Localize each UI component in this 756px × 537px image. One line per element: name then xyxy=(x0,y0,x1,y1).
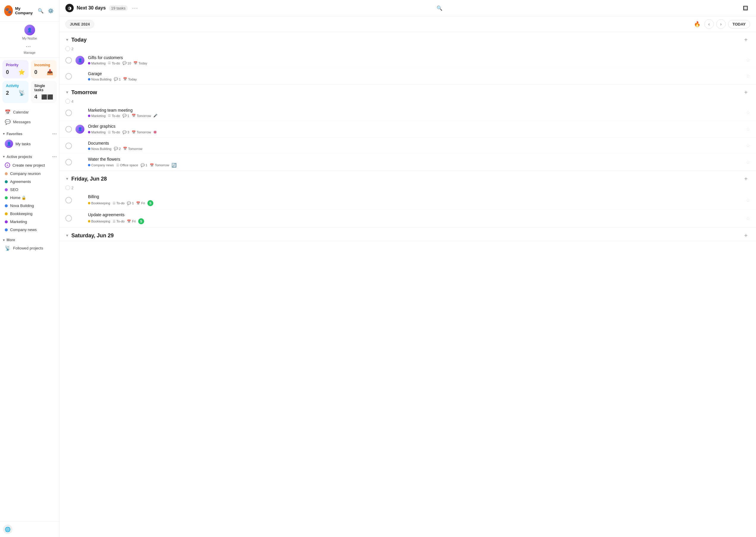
favorites-nav: 👤 My tasks xyxy=(0,138,59,151)
sidebar-item-my-tasks[interactable]: 👤 My tasks xyxy=(2,138,57,150)
view-toggle-button[interactable]: ◑ xyxy=(66,4,74,12)
sidebar-item-marketing[interactable]: Marketing xyxy=(2,218,57,226)
filter-button[interactable]: 🔲 xyxy=(741,4,750,13)
today-count: 2 xyxy=(60,45,756,52)
nova-building-label: Nova Building xyxy=(10,203,34,208)
due-icon: 📅 xyxy=(123,147,127,150)
task-row[interactable]: Update agreements Bookkeeping ☰ To-do 📅 xyxy=(60,209,756,227)
create-project-label: Create new project xyxy=(13,163,45,168)
settings-button[interactable]: ⚙️ xyxy=(47,7,55,15)
task-checkbox[interactable] xyxy=(66,73,72,80)
due-tag: 📅 Tomorrow xyxy=(150,163,169,167)
today-collapse-button[interactable]: ▼ xyxy=(66,38,69,42)
comments-tag: 💬 2 xyxy=(114,147,121,150)
task-row[interactable]: Billing Bookkeeping ☰ To-do 💬 1 xyxy=(60,191,756,209)
active-projects-arrow[interactable]: ▼ xyxy=(2,155,5,158)
create-project-item[interactable]: + Create new project xyxy=(2,161,57,170)
saturday-collapse-button[interactable]: ▼ xyxy=(66,233,69,238)
task-star-button[interactable]: ☆ xyxy=(746,143,750,148)
due-tag: 📅 Fri xyxy=(136,201,145,205)
tomorrow-collapse-button[interactable]: ▼ xyxy=(66,90,69,95)
task-avatar-placeholder xyxy=(75,142,84,150)
task-meta: Marketing ☰ To-do 💬 1 📅 Tomorrow xyxy=(88,114,742,118)
prev-arrow-button[interactable]: ‹ xyxy=(704,19,714,29)
repeat-icon: 🔄 xyxy=(171,163,177,168)
sidebar-item-messages[interactable]: 💬 Messages xyxy=(2,117,57,127)
more-label: More xyxy=(7,238,15,242)
globe-button[interactable]: 🌐 xyxy=(3,524,13,534)
task-avatar-placeholder xyxy=(75,158,84,167)
sidebar-item-nova-building[interactable]: Nova Building xyxy=(2,202,57,210)
task-star-button[interactable]: ☆ xyxy=(746,197,750,203)
sidebar-item-agreements[interactable]: Agreements xyxy=(2,178,57,186)
today-button[interactable]: TODAY xyxy=(728,20,750,28)
friday-section: ▼ Friday, Jun 28 + 2 Billing Bookkeeping xyxy=(60,171,756,228)
search-button[interactable]: 🔍 xyxy=(36,7,45,15)
task-star-button[interactable]: ☆ xyxy=(746,216,750,221)
favorites-more-button[interactable]: ⋯ xyxy=(52,131,57,137)
task-star-button[interactable]: ☆ xyxy=(746,127,750,132)
single-tasks-card[interactable]: Single tasks 4 ⬛⬛ xyxy=(31,81,57,103)
manage-button[interactable]: ⋯ xyxy=(24,42,33,51)
comments-tag: 💬 1 xyxy=(122,114,129,118)
due-tag: 📅 Fri xyxy=(127,220,136,223)
sidebar-header: 🐾 My Company 🔍 ⚙️ xyxy=(0,0,59,22)
home-dot xyxy=(5,196,8,199)
comments-icon: 💬 xyxy=(127,201,131,205)
task-checkbox[interactable] xyxy=(66,126,72,133)
task-name: Marketing team meeting xyxy=(88,108,742,112)
main-search-button[interactable]: 🔍 xyxy=(435,4,444,13)
task-row[interactable]: Garage Nova Building 💬 1 📅 Today xyxy=(60,68,756,84)
friday-add-button[interactable]: + xyxy=(742,175,750,183)
activity-card[interactable]: Activity 2 📡 xyxy=(2,81,28,103)
friday-collapse-button[interactable]: ▼ xyxy=(66,177,69,181)
sidebar-item-bookkeeping[interactable]: Bookkeeping xyxy=(2,210,57,218)
incoming-card[interactable]: Incoming 0 📥 xyxy=(31,60,57,78)
marketing-label: Marketing xyxy=(10,220,27,224)
sidebar-item-home[interactable]: Home 🔒 xyxy=(2,194,57,202)
today-add-button[interactable]: + xyxy=(742,36,750,44)
favorites-arrow[interactable]: ▼ xyxy=(2,132,5,136)
project-dot xyxy=(88,62,90,64)
date-badge-button[interactable]: JUNE 2024 xyxy=(66,20,94,28)
sidebar-item-seo[interactable]: SEO xyxy=(2,186,57,194)
priority-card[interactable]: Priority 0 ⭐ xyxy=(2,60,28,78)
fire-button[interactable]: 🔥 xyxy=(692,19,702,29)
task-checkbox[interactable] xyxy=(66,109,72,116)
task-checkbox[interactable] xyxy=(66,143,72,149)
task-checkbox[interactable] xyxy=(66,159,72,165)
section-icon: ☰ xyxy=(116,163,119,167)
task-checkbox[interactable] xyxy=(66,197,72,203)
task-star-button[interactable]: ☆ xyxy=(746,73,750,79)
more-arrow[interactable]: ▼ xyxy=(2,238,5,242)
sidebar-item-company-news[interactable]: Company news xyxy=(2,226,57,234)
task-row[interactable]: Marketing team meeting Marketing ☰ To-do… xyxy=(60,105,756,121)
single-tasks-label: Single tasks xyxy=(34,84,54,92)
header-more-button[interactable]: ⋯ xyxy=(132,4,138,12)
task-name: Documents xyxy=(88,141,742,145)
today-title: Today xyxy=(71,37,87,43)
task-row[interactable]: Documents Nova Building 💬 2 📅 Tomorro xyxy=(60,138,756,154)
task-row[interactable]: 👤 Gifts for customers Marketing ☰ To-do xyxy=(60,52,756,68)
company-avatar[interactable]: 🐾 xyxy=(4,5,13,16)
project-tag: Marketing xyxy=(88,114,106,118)
task-star-button[interactable]: ☆ xyxy=(746,110,750,115)
task-checkbox[interactable] xyxy=(66,57,72,63)
sidebar-item-company-reunion[interactable]: Company reunion xyxy=(2,170,57,178)
task-star-button[interactable]: ☆ xyxy=(746,57,750,63)
task-star-button[interactable]: ☆ xyxy=(746,159,750,165)
section-tag: ☰ Office space xyxy=(116,163,138,167)
active-projects-more-button[interactable]: ⋯ xyxy=(52,154,57,159)
avatar[interactable]: 👤 xyxy=(24,25,35,35)
comments-icon: 💬 xyxy=(114,77,118,81)
saturday-add-button[interactable]: + xyxy=(742,231,750,240)
company-news-label: Company news xyxy=(10,227,37,232)
task-row[interactable]: Water the flowers Company news ☰ Office … xyxy=(60,154,756,171)
sidebar-item-followed-projects[interactable]: 📡 Followed projects xyxy=(2,243,57,253)
tomorrow-add-button[interactable]: + xyxy=(742,88,750,97)
task-checkbox[interactable] xyxy=(66,215,72,222)
task-row[interactable]: 👤 Order graphics Marketing ☰ To-do xyxy=(60,121,756,138)
next-arrow-button[interactable]: › xyxy=(716,19,726,29)
sidebar-item-calendar[interactable]: 📅 Calendar xyxy=(2,107,57,117)
due-icon: 📅 xyxy=(132,130,136,134)
